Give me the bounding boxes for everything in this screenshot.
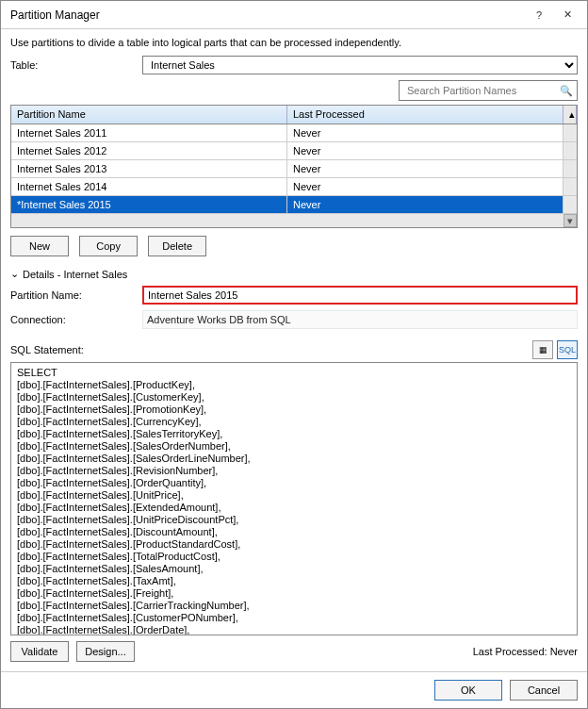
scrollbar-gutter xyxy=(564,124,577,141)
sql-statement-textarea[interactable]: SELECT [dbo].[FactInternetSales].[Produc… xyxy=(10,362,578,635)
cell-last-processed: Never xyxy=(287,178,564,195)
connection-value: Adventure Works DB from SQL xyxy=(142,310,578,329)
table-row[interactable]: *Internet Sales 2015Never xyxy=(11,196,577,214)
partition-grid: Partition Name Last Processed ▴ Internet… xyxy=(10,105,578,228)
scroll-up-icon[interactable]: ▴ xyxy=(564,106,577,124)
scroll-down-icon[interactable]: ▾ xyxy=(564,214,577,227)
close-button[interactable]: ✕ xyxy=(553,5,581,25)
sql-view-toggle[interactable]: SQL xyxy=(557,340,578,359)
scrollbar-gutter xyxy=(564,178,577,195)
cell-partition-name: Internet Sales 2011 xyxy=(11,124,287,141)
table-select[interactable]: Internet Sales xyxy=(142,56,578,74)
cancel-button[interactable]: Cancel xyxy=(510,680,578,701)
scrollbar-gutter xyxy=(564,160,577,177)
grid-view-toggle[interactable]: ▦ xyxy=(532,340,553,359)
search-icon[interactable]: 🔍 xyxy=(560,85,573,97)
cell-last-processed: Never xyxy=(287,124,564,141)
validate-button[interactable]: Validate xyxy=(10,641,69,662)
cell-last-processed: Never xyxy=(287,142,564,159)
column-header-processed[interactable]: Last Processed xyxy=(287,106,564,124)
table-row[interactable]: Internet Sales 2011Never xyxy=(11,124,577,142)
table-row[interactable]: Internet Sales 2014Never xyxy=(11,178,577,196)
ok-button[interactable]: OK xyxy=(434,680,502,701)
cell-last-processed: Never xyxy=(287,196,564,213)
cell-partition-name: Internet Sales 2014 xyxy=(11,178,287,195)
grid-scrollbar-track[interactable]: ▾ xyxy=(11,214,577,227)
help-button[interactable]: ? xyxy=(525,5,553,25)
window-title: Partition Manager xyxy=(10,8,525,22)
cell-last-processed: Never xyxy=(287,160,564,177)
delete-button[interactable]: Delete xyxy=(148,236,206,256)
table-label: Table: xyxy=(10,59,142,71)
last-processed-status: Last Processed: Never xyxy=(473,646,578,657)
cell-partition-name: Internet Sales 2013 xyxy=(11,160,287,177)
scrollbar-gutter xyxy=(564,142,577,159)
sql-statement-label: SQL Statement: xyxy=(10,344,529,355)
sql-body-text: SELECT [dbo].[FactInternetSales].[Produc… xyxy=(17,367,251,635)
search-box[interactable]: 🔍 xyxy=(399,80,578,101)
column-header-name[interactable]: Partition Name xyxy=(11,106,287,124)
copy-button[interactable]: Copy xyxy=(79,236,138,256)
partition-manager-dialog: Partition Manager ? ✕ Use partitions to … xyxy=(0,0,588,709)
connection-label: Connection: xyxy=(10,314,142,325)
new-button[interactable]: New xyxy=(10,236,69,256)
details-header: Details - Internet Sales xyxy=(23,269,127,280)
table-row[interactable]: Internet Sales 2013Never xyxy=(11,160,577,178)
cell-partition-name: Internet Sales 2012 xyxy=(11,142,287,159)
chevron-down-icon[interactable]: ⌄ xyxy=(10,268,19,280)
dialog-description: Use partitions to divide a table into lo… xyxy=(10,37,578,48)
table-row[interactable]: Internet Sales 2012Never xyxy=(11,142,577,160)
cell-partition-name: *Internet Sales 2015 xyxy=(11,196,287,213)
search-input[interactable] xyxy=(403,81,560,100)
partition-name-input[interactable] xyxy=(142,286,578,305)
scrollbar-gutter xyxy=(564,196,577,213)
design-button[interactable]: Design... xyxy=(76,641,135,662)
partition-name-label: Partition Name: xyxy=(10,289,142,301)
titlebar: Partition Manager ? ✕ xyxy=(1,1,587,29)
